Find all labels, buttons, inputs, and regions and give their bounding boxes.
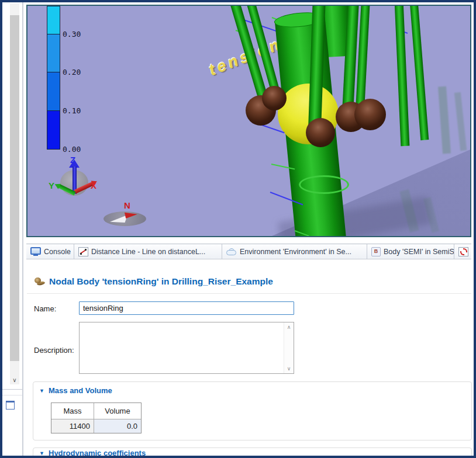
colorbar-segment [47,34,60,72]
description-textarea[interactable]: ∧ ∨ [79,322,294,374]
body-icon: B [371,247,381,256]
left-panel-rail: ∨ [2,2,23,456]
ghost-cylinder [438,86,451,154]
y-axis-label: Y [49,181,54,190]
z-axis-label: Z [70,155,75,165]
ghost-cylinder [454,92,467,151]
application-window: ∨ tensionRing [0,0,476,458]
table-header-volume: Volume [94,403,141,419]
colorbar-segment [47,72,60,111]
title-divider [27,293,471,294]
description-scrollbar[interactable]: ∧ ∨ [284,322,294,373]
connector-sphere [262,86,287,110]
tab-console[interactable]: Console [26,244,74,259]
hydrodynamic-section-title[interactable]: Hydrodynamic coefficients [49,449,146,457]
tab-body-semi[interactable]: B Body 'SEMI' in SemiSub [367,244,454,259]
name-label: Name: [34,304,56,313]
colorbar-tick-label: 0.00 [63,145,81,154]
tab-distance-line[interactable]: Distance Line - Line on distanceL... [74,244,222,259]
console-icon [30,247,41,256]
colorbar-segment [47,6,60,34]
restore-window-icon[interactable] [6,401,15,410]
tab-label: Distance Line - Line on distanceL... [91,248,205,256]
name-input[interactable] [79,301,294,315]
scrollbar-thumb[interactable] [10,15,19,361]
riser-joint-ring [299,175,349,194]
panel-divider [2,389,22,390]
tensioner-cylinder [410,5,429,140]
north-compass: N [101,200,153,231]
collapse-triangle-icon[interactable]: ▼ [39,388,44,394]
vertical-scrollbar[interactable] [10,4,19,384]
plot-curve-icon [458,247,468,256]
connector-sphere [354,99,386,130]
x-axis-label: X [91,181,96,190]
table-cell-mass[interactable]: 11400 [51,419,94,433]
colorbar-tick-label: 0.10 [63,106,81,115]
tab-label: Environment 'Environment' in Se... [240,248,351,256]
axis-triad: Z X Y [45,155,109,209]
tab-label: Console [44,248,71,256]
distance-line-chart-icon [78,247,88,256]
tensioner-cylinder [395,5,410,146]
connector-sphere [306,118,335,147]
table-cell-volume[interactable]: 0.0 [94,419,141,433]
cloud-icon [226,248,237,255]
panel-divider [2,395,22,395]
color-scale-bar [47,6,60,150]
editor-tab-bar: Console Distance Line - Line on distance… [26,244,471,259]
colorbar-tick-label: 0.20 [63,68,81,77]
description-label: Description: [34,346,74,355]
table-header-mass: Mass [51,403,94,419]
tab-nodal-body-partial[interactable] [454,244,471,259]
scroll-up-arrow-icon[interactable]: ∧ [284,324,294,330]
colorbar-segment [47,111,60,150]
compass-north-label: N [124,200,130,210]
editor-title: Nodal Body 'tensionRing' in Drilling_Ris… [49,276,273,287]
collapse-triangle-icon[interactable]: ▼ [39,450,44,456]
colorbar-tick-label: 0.30 [63,30,81,39]
mass-volume-section-title[interactable]: Mass and Volume [49,386,112,395]
scrollbar-down-arrow-icon[interactable]: ∨ [10,376,19,384]
mass-volume-table: Mass Volume 11400 0.0 [51,403,142,433]
tab-label: Body 'SEMI' in SemiSub [384,248,454,256]
scroll-down-arrow-icon[interactable]: ∨ [284,366,294,372]
nodal-body-icon [34,277,46,286]
tab-environment[interactable]: Environment 'Environment' in Se... [222,244,367,259]
3d-viewport[interactable]: tensionRing 0.30 0.20 [26,5,471,237]
